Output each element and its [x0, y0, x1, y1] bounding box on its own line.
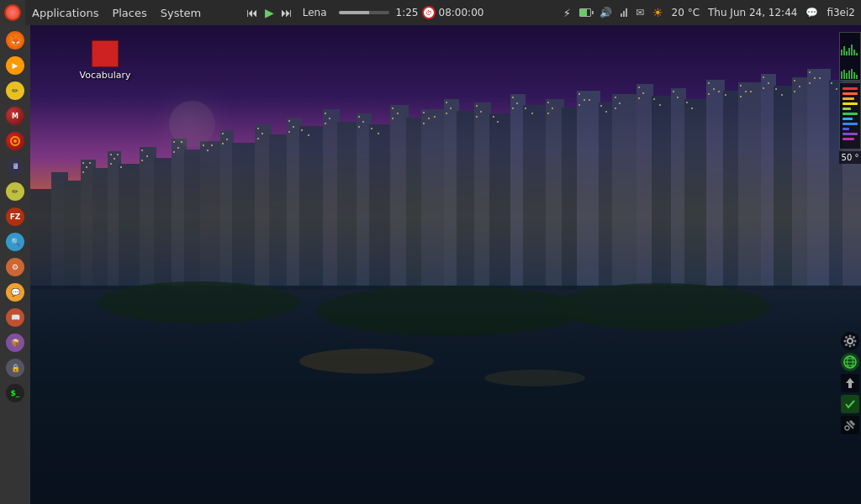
svg-rect-99 [480, 111, 482, 113]
mail-icon[interactable]: ✉ [633, 7, 647, 18]
chat-launcher[interactable]: 💬 [3, 281, 27, 304]
network-graph-widget[interactable] [839, 32, 861, 81]
svg-rect-173 [851, 69, 853, 79]
svg-rect-121 [642, 92, 644, 94]
svg-rect-109 [552, 108, 553, 109]
firefox-launcher[interactable]: 🦊 [3, 29, 27, 52]
svg-rect-111 [578, 93, 580, 95]
archive-launcher[interactable]: 📦 [3, 331, 27, 354]
svg-rect-74 [257, 138, 259, 139]
svg-rect-78 [301, 129, 303, 131]
tools-launcher[interactable]: ⚙ [3, 255, 27, 279]
svg-rect-76 [293, 126, 294, 128]
network-manager-icon[interactable] [841, 353, 859, 371]
svg-rect-56 [110, 163, 112, 165]
media-play-button[interactable]: ▶ [263, 6, 276, 19]
battery-indicator [577, 8, 594, 17]
system-menu[interactable]: System [154, 0, 208, 25]
settings-gear-svg [843, 333, 858, 349]
svg-rect-118 [619, 102, 621, 104]
username-display[interactable]: fi3ei2 [824, 7, 858, 18]
svg-rect-23 [390, 105, 409, 290]
vocabulary-icon-image [92, 40, 119, 67]
svg-rect-107 [531, 113, 533, 114]
svg-rect-127 [686, 102, 688, 103]
svg-rect-130 [713, 88, 715, 90]
svg-rect-129 [708, 82, 710, 84]
tools-icon: ⚙ [6, 258, 24, 276]
svg-point-189 [849, 345, 852, 348]
volume-icon[interactable]: 🔊 [597, 7, 615, 18]
svg-rect-183 [843, 123, 858, 125]
pencil-launcher[interactable]: ✏ [3, 180, 27, 203]
svg-rect-165 [851, 45, 853, 55]
svg-rect-114 [589, 99, 590, 101]
svg-rect-37 [637, 84, 653, 290]
svg-rect-25 [421, 109, 446, 290]
svg-rect-128 [691, 108, 693, 109]
svg-rect-97 [446, 113, 447, 114]
svg-rect-62 [173, 141, 175, 143]
marble-launcher[interactable]: M [3, 104, 27, 128]
configure-icon[interactable] [841, 416, 859, 434]
svg-rect-54 [110, 154, 112, 155]
svg-rect-119 [615, 108, 616, 109]
ubuntu-logo-button[interactable] [0, 0, 25, 25]
filezilla-launcher[interactable]: FZ [3, 205, 27, 228]
svg-rect-58 [120, 166, 122, 168]
svg-rect-131 [708, 93, 710, 95]
svg-rect-24 [406, 118, 423, 290]
svg-rect-39 [671, 88, 686, 290]
svg-line-202 [850, 421, 854, 425]
media-prev-button[interactable]: ⏮ [245, 6, 260, 19]
magnifier-launcher[interactable]: 🔍 [3, 230, 27, 254]
svg-rect-162 [843, 46, 845, 55]
svg-point-193 [853, 344, 855, 346]
svg-rect-34 [577, 91, 600, 290]
monitor-launcher[interactable]: 🖥 [3, 155, 27, 178]
lock-launcher[interactable]: 🔒 [3, 356, 27, 380]
svg-rect-35 [599, 102, 614, 290]
timer-icon[interactable]: ⏱ [422, 6, 436, 19]
svg-rect-101 [493, 116, 494, 118]
svg-point-156 [299, 349, 434, 374]
vlc-icon: ▶ [6, 56, 24, 75]
vocabulary-desktop-icon[interactable]: Vocabulary [71, 40, 139, 81]
svg-point-195 [845, 344, 848, 346]
weather-icon[interactable]: ☀ [650, 6, 666, 19]
update-manager-icon[interactable] [841, 374, 859, 392]
chat-icon[interactable]: 💬 [803, 7, 821, 18]
datetime-display[interactable]: Thu Jun 24, 12:44 [705, 7, 800, 18]
task-complete-icon[interactable] [841, 395, 859, 413]
weather-gauge-widget[interactable] [839, 82, 861, 150]
track-current-time: 1:25 [396, 7, 419, 18]
volume-slider[interactable] [339, 11, 389, 14]
applications-menu[interactable]: Applications [25, 0, 105, 25]
svg-rect-177 [843, 92, 858, 95]
notes-launcher[interactable]: ✏ [3, 79, 27, 102]
places-menu[interactable]: Places [105, 0, 153, 25]
svg-rect-61 [141, 160, 143, 161]
svg-rect-104 [516, 102, 518, 104]
media-next-button[interactable]: ⏭ [279, 6, 294, 19]
svg-rect-112 [584, 99, 585, 101]
mozilla-launcher[interactable] [3, 129, 27, 153]
svg-rect-18 [299, 126, 326, 290]
svg-point-194 [853, 336, 855, 339]
svg-rect-91 [423, 112, 425, 113]
vlc-launcher[interactable]: ▶ [3, 54, 27, 77]
svg-rect-51 [86, 166, 87, 168]
svg-rect-182 [843, 118, 853, 120]
bluetooth-icon[interactable]: ⚡ [561, 7, 573, 19]
svg-rect-95 [446, 102, 447, 103]
svg-rect-85 [358, 126, 360, 128]
book-launcher[interactable]: 📖 [3, 306, 27, 329]
terminal-launcher[interactable]: $_ [3, 381, 27, 405]
firefox-icon: 🦊 [6, 31, 24, 50]
network-icon[interactable] [618, 8, 630, 17]
svg-rect-169 [841, 71, 843, 79]
svg-rect-134 [740, 85, 742, 87]
system-settings-icon[interactable] [841, 332, 859, 350]
svg-rect-163 [846, 51, 848, 55]
svg-rect-145 [794, 91, 795, 92]
